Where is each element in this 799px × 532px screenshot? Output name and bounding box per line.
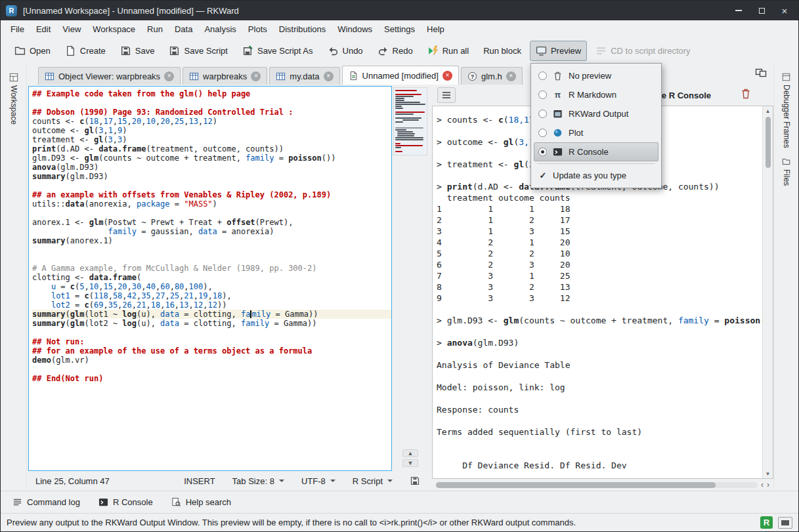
scroll-right-icon[interactable]: › — [767, 481, 769, 489]
split-view-icon[interactable] — [755, 67, 767, 77]
script-editor-pane: ## Example code taken from the glm() hel… — [27, 85, 429, 491]
menu-run[interactable]: Run — [141, 22, 169, 37]
menu-file[interactable]: File — [5, 22, 30, 37]
tab-glm-h[interactable]: ?glm.h× — [461, 67, 523, 85]
r-console-button[interactable]: R Console — [95, 495, 157, 510]
code-line: lot1 = c(118,58,42,35,27,25,21,19,18), — [32, 291, 391, 300]
menu-distributions[interactable]: Distributions — [273, 22, 332, 37]
console-line: Model: poisson, link: log — [437, 382, 762, 393]
chevron-down-icon — [330, 480, 335, 482]
close-tab-icon[interactable]: × — [506, 72, 516, 81]
preview-button[interactable]: Preview — [530, 41, 587, 61]
menu-analysis[interactable]: Analysis — [198, 22, 242, 37]
console-line — [437, 449, 762, 460]
debugger-frames-label: Debugger Frames — [782, 85, 791, 148]
bottom-toolbar: Command logR ConsoleHelp search — [1, 491, 798, 513]
tab-size-select[interactable]: Tab Size: 8 — [232, 476, 284, 486]
editor-scrollbar[interactable]: ▲ ▼ — [392, 86, 429, 471]
code-line: anova(glm.D93) — [32, 163, 391, 172]
close-tab-icon[interactable]: × — [324, 72, 334, 81]
undo-button[interactable]: Undo — [322, 41, 369, 61]
hscroll-thumb[interactable] — [436, 482, 716, 488]
help-search-button[interactable]: Help search — [167, 495, 235, 510]
scroll-down-icon[interactable]: ▼ — [763, 469, 773, 478]
menu-help[interactable]: Help — [421, 22, 450, 37]
menu-view[interactable]: View — [56, 22, 87, 37]
vscroll-thumb[interactable] — [766, 117, 771, 168]
scroll-up-icon[interactable]: ▲ — [763, 106, 773, 115]
create-button[interactable]: Create — [59, 41, 112, 61]
close-tab-icon[interactable]: × — [251, 72, 261, 81]
console-line: Terms added sequentially (first to last) — [437, 426, 762, 438]
save-script-as-button[interactable]: Save Script As — [236, 41, 319, 61]
sidebar-item-files[interactable]: Files — [781, 154, 792, 189]
tab-object-viewer-warpbreaks[interactable]: Object Viewer: warpbreaks× — [38, 67, 181, 85]
scroll-down-icon[interactable]: ▼ — [402, 459, 418, 467]
terminal-icon — [552, 147, 563, 157]
code-line: demo(glm.vr) — [32, 356, 391, 365]
run-all-button[interactable]: Run all — [421, 41, 475, 61]
hamburger-menu-icon[interactable] — [437, 87, 456, 103]
script-icon — [349, 71, 358, 81]
chevron-down-icon — [279, 480, 284, 482]
scroll-left-icon[interactable]: ‹ — [761, 481, 764, 489]
delete-preview-icon[interactable] — [741, 88, 751, 100]
help-search-label: Help search — [186, 497, 231, 507]
console-line — [437, 415, 762, 426]
script-editor[interactable]: ## Example code taken from the glm() hel… — [28, 86, 392, 471]
menu-settings[interactable]: Settings — [378, 22, 421, 37]
close-tab-icon[interactable]: × — [443, 71, 452, 81]
console-vscrollbar[interactable]: ▲ ▼ — [762, 106, 773, 478]
menu-item-label: Update as you type — [553, 171, 626, 180]
close-tab-icon[interactable]: × — [164, 72, 174, 81]
minimap[interactable] — [393, 87, 427, 155]
titlebar: R [Unnamed Workspace] - Unnamed [modifie… — [1, 1, 798, 20]
radio-r-markdown — [538, 91, 547, 99]
maximize-button[interactable] — [753, 3, 770, 18]
filetype-select[interactable]: R Script — [353, 476, 393, 486]
save-icon[interactable] — [410, 476, 420, 486]
menu-workspace[interactable]: Workspace — [87, 22, 141, 37]
open-button[interactable]: Open — [9, 41, 56, 61]
tab-label: glm.h — [481, 72, 502, 81]
encoding-select[interactable]: UTF-8 — [301, 476, 335, 486]
sidebar-item-workspace[interactable]: Workspace — [8, 70, 20, 128]
close-button[interactable]: × — [776, 3, 793, 18]
minimize-button[interactable] — [730, 3, 747, 18]
r-console-label: R Console — [113, 497, 153, 507]
pi-icon: π — [552, 90, 563, 100]
radio-no-preview — [538, 72, 547, 80]
menu-plots[interactable]: Plots — [242, 22, 273, 37]
debugger-frames-icon — [782, 73, 790, 81]
menu-item-no-preview[interactable]: No preview — [534, 66, 659, 85]
cd-to-script-directory-button: CD to script directory — [590, 41, 696, 61]
code-line — [32, 209, 391, 218]
menu-item-r-markdown[interactable]: πR Markdown — [534, 85, 659, 104]
insert-mode-indicator[interactable]: INSERT — [184, 476, 215, 486]
menubar: FileEditViewWorkspaceRunDataAnalysisPlot… — [1, 20, 798, 38]
run-block-button[interactable]: Run block — [477, 41, 527, 60]
save-script-button[interactable]: Save Script — [163, 41, 233, 61]
radio-r-console — [538, 148, 547, 156]
code-line: # A Gamma example, from McCullagh & Neld… — [32, 264, 391, 273]
menu-item-update-as-you-type[interactable]: ✓Update as you type — [534, 166, 659, 185]
menu-item-rkward-output[interactable]: RKWard Output — [534, 104, 659, 123]
code-line: counts <- c(18,17,15,20,10,20,25,13,12) — [32, 117, 391, 126]
save-button[interactable]: Save — [114, 41, 161, 61]
tab-my-data[interactable]: my.data× — [269, 67, 339, 85]
redo-button[interactable]: Redo — [372, 41, 419, 61]
menu-data[interactable]: Data — [169, 22, 198, 37]
scroll-up-icon[interactable]: ▲ — [402, 449, 418, 457]
save-script-label: Save Script — [184, 46, 227, 56]
menu-windows[interactable]: Windows — [332, 22, 378, 37]
menu-item-r-console[interactable]: R Console — [534, 142, 659, 161]
console-line: > glm.D93 <- glm(counts ~ outcome + trea… — [437, 315, 762, 326]
console-line: 9 3 3 12 — [437, 293, 762, 304]
menu-edit[interactable]: Edit — [30, 22, 56, 37]
command-log-button[interactable]: Command log — [9, 495, 84, 510]
tab-unnamed-modified[interactable]: Unnamed [modified]× — [342, 66, 459, 85]
menu-item-plot[interactable]: Plot — [534, 123, 659, 142]
console-hscrollbar[interactable]: ‹ › — [432, 479, 773, 491]
tab-warpbreaks[interactable]: warpbreaks× — [183, 67, 267, 85]
sidebar-item-debugger-frames[interactable]: Debugger Frames — [781, 70, 792, 152]
